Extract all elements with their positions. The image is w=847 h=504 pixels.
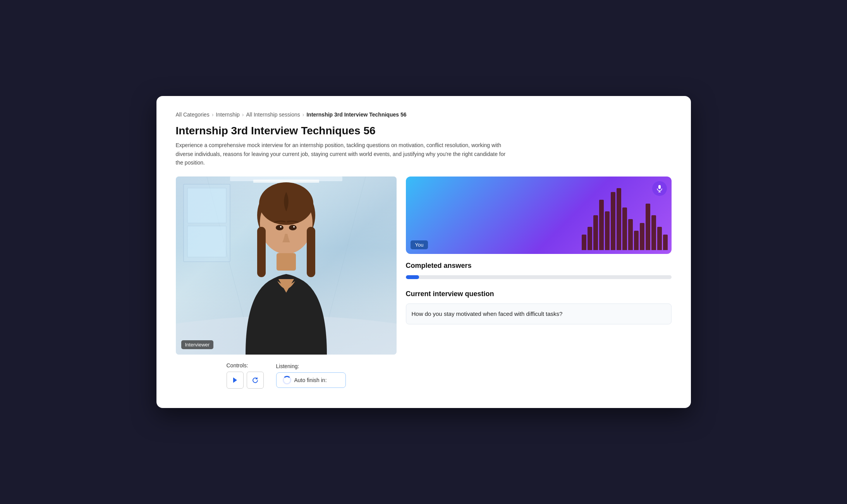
audio-bar xyxy=(628,219,633,250)
content-area: Interviewer Controls: xyxy=(176,177,672,389)
video-container: Interviewer xyxy=(176,177,397,355)
browser-frame: All Categories › Internship › All Intern… xyxy=(156,96,691,408)
audio-bar xyxy=(582,235,586,250)
controls-group: Controls: xyxy=(227,362,264,389)
audio-bar xyxy=(640,223,644,250)
audio-bar xyxy=(622,207,627,250)
current-question-section: Current interview question How do you st… xyxy=(406,290,672,324)
replay-icon xyxy=(252,377,258,383)
play-icon xyxy=(232,377,238,383)
audio-bar xyxy=(646,204,650,250)
audio-bar xyxy=(599,200,604,250)
breadcrumb-item-1[interactable]: All Categories xyxy=(176,111,210,118)
page-title: Internship 3rd Interview Techniques 56 xyxy=(176,125,672,137)
breadcrumb-item-3[interactable]: All Internship sessions xyxy=(246,111,300,118)
audio-bar xyxy=(611,192,615,250)
interviewer-label: Interviewer xyxy=(181,340,214,349)
right-panel: You Completed answers xyxy=(406,177,672,324)
page-description: Experience a comprehensive mock intervie… xyxy=(176,141,509,167)
svg-rect-12 xyxy=(307,227,315,277)
loading-spinner xyxy=(283,376,291,384)
mic-icon xyxy=(656,185,663,192)
breadcrumb-item-current: Internship 3rd Interview Techniques 56 xyxy=(306,111,406,118)
controls-section: Controls: xyxy=(176,362,397,389)
replay-button[interactable] xyxy=(247,372,264,389)
svg-point-13 xyxy=(276,225,283,230)
listening-group: Listening: Auto finish in: xyxy=(276,363,346,388)
controls-label: Controls: xyxy=(227,362,248,369)
interviewer-avatar-svg xyxy=(222,180,350,355)
audio-bar xyxy=(593,215,598,250)
audio-bar xyxy=(617,188,621,250)
breadcrumb-sep-2: › xyxy=(242,111,244,118)
svg-rect-19 xyxy=(658,185,661,189)
breadcrumb-item-2[interactable]: Internship xyxy=(216,111,239,118)
video-panel: Interviewer Controls: xyxy=(176,177,397,389)
progress-bar-container xyxy=(406,275,672,279)
listening-label: Listening: xyxy=(276,363,299,369)
completed-answers-title: Completed answers xyxy=(406,262,672,270)
you-label: You xyxy=(411,240,428,249)
completed-answers-section: Completed answers xyxy=(406,262,672,279)
breadcrumb-sep-3: › xyxy=(302,111,304,118)
breadcrumb: All Categories › Internship › All Intern… xyxy=(176,111,672,118)
controls-buttons xyxy=(227,372,264,389)
audio-bar xyxy=(605,211,610,250)
current-question-title: Current interview question xyxy=(406,290,672,298)
audio-bar xyxy=(663,235,668,250)
auto-finish-text: Auto finish in: xyxy=(294,377,327,383)
svg-marker-18 xyxy=(233,377,237,383)
current-question-text: How do you stay motivated when faced wit… xyxy=(406,303,672,324)
play-button[interactable] xyxy=(227,372,244,389)
audio-bar xyxy=(651,215,656,250)
audio-bar xyxy=(657,227,662,250)
svg-rect-11 xyxy=(257,227,266,277)
progress-bar-fill xyxy=(406,275,419,279)
svg-point-15 xyxy=(280,226,282,228)
audio-bar xyxy=(588,227,592,250)
svg-rect-17 xyxy=(277,253,296,271)
audio-bar xyxy=(634,231,639,250)
svg-point-14 xyxy=(289,225,297,230)
mic-button[interactable] xyxy=(652,181,667,196)
you-video-card: You xyxy=(406,177,672,254)
svg-point-16 xyxy=(293,226,295,228)
listening-badge: Auto finish in: xyxy=(276,372,346,388)
breadcrumb-sep-1: › xyxy=(212,111,214,118)
